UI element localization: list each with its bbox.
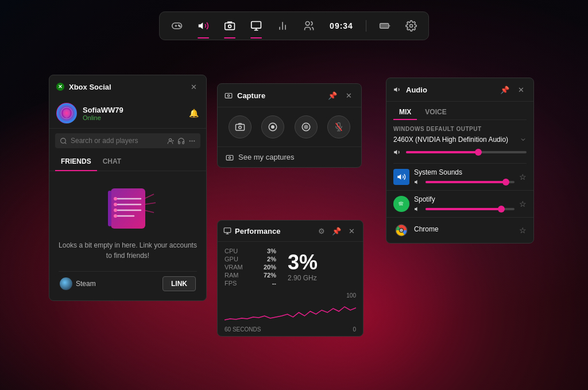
search-icon	[60, 137, 67, 145]
chrome-star-icon[interactable]: ☆	[519, 226, 527, 235]
steam-row: Steam LINK	[59, 271, 197, 291]
audio-close-icon[interactable]: ✕	[515, 84, 527, 95]
capture-controls	[218, 107, 361, 146]
svg-point-63	[397, 200, 405, 207]
chat-tab[interactable]: CHAT	[97, 153, 127, 171]
svg-point-4	[179, 26, 180, 27]
record-button[interactable]	[295, 115, 318, 138]
svg-marker-62	[415, 180, 417, 184]
audio-topbar-icon[interactable]	[195, 18, 211, 34]
perf-stats: CPU 3% GPU 2% VRAM 20% RAM 72% FPS --	[225, 248, 276, 287]
user-section: SofiaWW79 Online 🔔	[49, 98, 206, 129]
audio-header-icon	[393, 86, 401, 94]
svg-point-18	[409, 25, 412, 28]
chrome-name: Chrome	[414, 225, 514, 233]
svg-point-43	[227, 95, 230, 97]
audio-pin-icon[interactable]: 📌	[499, 84, 510, 95]
friends-empty-text: Looks a bit empty in here. Link your acc…	[59, 240, 197, 261]
capture-topbar-icon[interactable]	[222, 18, 238, 34]
avatar	[56, 103, 77, 123]
xbox-close-icon[interactable]: ✕	[188, 81, 199, 92]
headset-icon[interactable]	[177, 137, 185, 145]
perf-header-icon	[223, 227, 231, 235]
fps-value: --	[272, 280, 276, 287]
device-row: 2460X (NVIDIA High Definition Audio)	[393, 136, 527, 144]
settings-topbar-icon[interactable]	[403, 18, 419, 34]
svg-point-49	[304, 125, 308, 129]
cpu-label: CPU	[225, 248, 238, 254]
master-volume-slider[interactable]	[406, 151, 527, 153]
record-stop-button[interactable]	[261, 115, 284, 138]
svg-point-27	[192, 140, 192, 141]
more-icon[interactable]	[188, 137, 196, 145]
spotify-volume-slider[interactable]	[425, 208, 514, 210]
perf-body: CPU 3% GPU 2% VRAM 20% RAM 72% FPS -- 3%…	[218, 242, 363, 292]
spotify-name: Spotify	[414, 195, 514, 203]
chrome-logo-icon	[395, 224, 408, 237]
link-button[interactable]: LINK	[163, 276, 196, 291]
controller-icon[interactable]	[169, 18, 185, 34]
search-bar	[55, 133, 200, 148]
vram-value: 20%	[264, 264, 276, 271]
capture-close-icon[interactable]: ✕	[343, 90, 354, 101]
chart-top-label: 100	[225, 292, 356, 299]
add-player-icon[interactable]	[167, 137, 174, 145]
audio-panel-title: Audio	[406, 86, 494, 94]
mic-button[interactable]	[327, 115, 350, 138]
voice-tab[interactable]: VOICE	[419, 105, 452, 120]
chevron-down-icon[interactable]	[520, 136, 527, 143]
svg-point-36	[114, 203, 117, 206]
perf-filter-icon[interactable]: ⚙	[316, 225, 327, 237]
topbar-time: 09:34	[327, 21, 355, 30]
party-topbar-icon[interactable]	[301, 18, 317, 34]
svg-line-39	[144, 194, 154, 199]
svg-rect-56	[224, 228, 231, 233]
svg-marker-60	[394, 150, 397, 155]
system-volume-slider[interactable]	[425, 181, 514, 183]
perf-pin-icon[interactable]: 📌	[331, 225, 342, 237]
friends-illustration	[99, 183, 157, 234]
perf-panel-header: Performance ⚙ 📌 ✕	[218, 221, 363, 242]
perf-chart: 100 60 SECONDS 0	[218, 292, 363, 336]
gpu-value: 2%	[267, 256, 276, 262]
notification-icon[interactable]: 🔔	[188, 107, 199, 119]
xbox-panel-title: Xbox Social	[69, 83, 183, 91]
ram-label: RAM	[225, 272, 238, 279]
svg-marker-64	[415, 207, 417, 211]
see-captures-link[interactable]: See my captures	[218, 146, 361, 167]
audio-panel: Audio 📌 ✕ MIX VOICE WINDOWS DEFAULT OUTP…	[386, 78, 534, 244]
topbar: 09:34	[159, 11, 429, 40]
cpu-stat: CPU 3%	[225, 248, 276, 254]
system-sounds-star-icon[interactable]: ☆	[519, 172, 527, 182]
tabs-row: FRIENDS CHAT	[49, 153, 206, 171]
chrome-icon	[393, 222, 409, 238]
svg-line-22	[65, 142, 66, 144]
search-input[interactable]	[71, 137, 163, 145]
main-percent: 3%	[288, 252, 356, 273]
capture-panel-title: Capture	[237, 91, 322, 100]
perf-close-icon[interactable]: ✕	[346, 225, 357, 237]
friends-tab[interactable]: FRIENDS	[55, 153, 97, 171]
mix-tab[interactable]: MIX	[393, 105, 417, 120]
spotify-star-icon[interactable]: ☆	[519, 199, 527, 208]
svg-point-45	[239, 126, 242, 129]
screenshot-button[interactable]	[229, 115, 252, 138]
chart-bottom-row: 60 SECONDS 0	[225, 326, 356, 333]
xbox-panel-header: ✕ Xbox Social ✕	[49, 75, 206, 98]
performance-topbar-icon[interactable]	[248, 18, 264, 34]
chrome-info: Chrome	[414, 225, 514, 235]
system-sounds-name: System Sounds	[414, 168, 514, 176]
capture-pin-icon[interactable]: 📌	[327, 90, 338, 101]
svg-line-40	[144, 203, 156, 204]
user-status: Online	[83, 114, 182, 121]
svg-point-47	[271, 125, 274, 129]
stats-topbar-icon[interactable]	[274, 18, 291, 34]
ram-stat: RAM 72%	[225, 272, 276, 279]
xbox-logo-icon: ✕	[56, 83, 64, 91]
svg-point-55	[229, 156, 231, 159]
svg-rect-42	[225, 94, 232, 98]
vram-stat: VRAM 20%	[225, 264, 276, 271]
system-sounds-icon	[393, 169, 409, 185]
svg-rect-30	[108, 191, 111, 226]
svg-point-21	[61, 138, 66, 143]
